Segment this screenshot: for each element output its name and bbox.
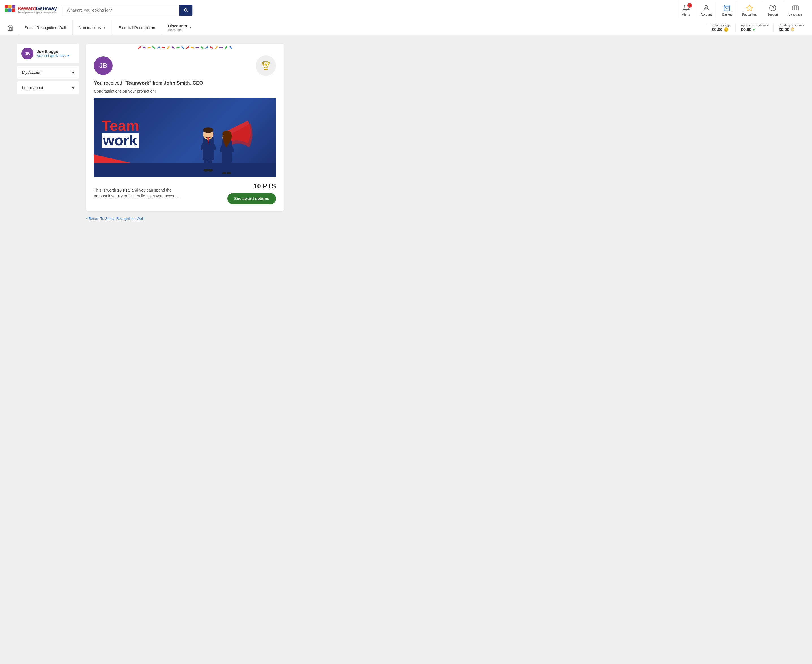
- svg-point-25: [222, 131, 231, 137]
- top-nav-icons: 6 Alerts Account Basket: [677, 2, 807, 19]
- svg-rect-19: [204, 159, 208, 170]
- sidebar: JB Joe Bloggs Account quick links ▼ My A…: [17, 44, 79, 656]
- sidebar-username: Joe Bloggs: [37, 49, 75, 54]
- language-nav-item[interactable]: Language: [783, 2, 807, 19]
- language-label: Language: [789, 13, 802, 16]
- svg-point-22: [208, 169, 213, 172]
- teamwork-image: Team work: [94, 98, 276, 177]
- svg-point-28: [222, 172, 227, 174]
- favourites-icon: [746, 4, 753, 11]
- return-link-area: ‹ Return To Social Recognition Wall: [86, 211, 795, 221]
- account-nav-item[interactable]: Account: [695, 2, 717, 19]
- basket-icon: [723, 4, 731, 11]
- sec-nav-social-recognition[interactable]: Social Recognition Wall: [18, 20, 72, 35]
- search-button[interactable]: [179, 5, 192, 16]
- card-body: JB: [86, 52, 284, 211]
- home-icon: [7, 24, 14, 31]
- account-label: Account: [701, 13, 712, 16]
- favourites-label: Favourites: [742, 13, 757, 16]
- savings-area: Total Savings £0.00 🪙 Approved cashback …: [706, 23, 809, 32]
- sidebar-item-learn-about[interactable]: Learn about ▾: [17, 81, 79, 94]
- total-savings: Total Savings £0.00 🪙: [706, 23, 736, 32]
- logo-icon: [5, 5, 15, 16]
- support-icon: [769, 4, 776, 11]
- nominations-chevron: ▼: [103, 26, 106, 29]
- recognition-card: JB: [86, 44, 284, 211]
- trophy-icon: [259, 59, 273, 72]
- support-label: Support: [767, 13, 778, 16]
- svg-rect-20: [208, 159, 213, 170]
- home-button[interactable]: [3, 24, 18, 31]
- main-content: JB Joe Bloggs Account quick links ▼ My A…: [0, 35, 812, 664]
- search-input[interactable]: [63, 5, 179, 15]
- logo-text: RewardGateway the employee engagement pe…: [18, 6, 57, 15]
- points-description: This is worth 10 PTS and you can spend t…: [94, 187, 184, 199]
- svg-point-29: [227, 172, 231, 174]
- svg-rect-4: [8, 8, 11, 11]
- svg-point-9: [770, 5, 776, 11]
- pending-cashback: Pending cashback £0.00 ⏱: [773, 23, 809, 32]
- coin-icon: 🪙: [724, 27, 729, 32]
- alerts-label: Alerts: [682, 13, 690, 16]
- points-badge: 10 PTS: [253, 182, 276, 190]
- svg-rect-27: [227, 162, 231, 173]
- secondary-navigation: Social Recognition Wall Nominations ▼ Ex…: [0, 20, 812, 35]
- svg-marker-8: [746, 5, 753, 11]
- sec-nav-nominations[interactable]: Nominations ▼: [72, 20, 112, 35]
- points-row: This is worth 10 PTS and you can spend t…: [94, 182, 276, 204]
- alerts-badge: 6: [687, 3, 692, 8]
- content-area: JB: [86, 44, 795, 656]
- approved-cashback: Approved cashback £0.00 ✓: [736, 23, 773, 32]
- svg-rect-3: [5, 8, 8, 11]
- check-icon: ✓: [753, 27, 756, 32]
- recognition-congrats: Congratulations on your promotion!: [94, 89, 276, 93]
- confetti-area: [86, 44, 284, 52]
- top-navigation: RewardGateway the employee engagement pe…: [0, 0, 812, 20]
- svg-point-21: [203, 169, 208, 172]
- see-award-button[interactable]: See award options: [227, 193, 276, 204]
- my-account-chevron: ▾: [72, 70, 74, 75]
- basket-nav-item[interactable]: Basket: [717, 2, 737, 19]
- trophy-circle: [256, 55, 276, 76]
- svg-point-6: [705, 5, 707, 8]
- svg-rect-2: [12, 5, 15, 8]
- support-nav-item[interactable]: Support: [762, 2, 783, 19]
- sec-nav-external-recognition[interactable]: External Recognition: [112, 20, 161, 35]
- sidebar-user-card: JB Joe Bloggs Account quick links ▼: [17, 44, 79, 63]
- clock-icon: ⏱: [791, 27, 794, 32]
- teamwork-text: Team work: [102, 118, 139, 148]
- return-to-wall-link[interactable]: ‹ Return To Social Recognition Wall: [86, 216, 144, 221]
- user-trophy-row: JB: [94, 55, 276, 76]
- svg-point-12: [259, 59, 273, 72]
- sec-nav-discounts[interactable]: Discounts Discounts ▼: [161, 20, 198, 35]
- svg-rect-0: [5, 5, 8, 8]
- learn-about-chevron: ▾: [72, 85, 74, 90]
- points-right-area: 10 PTS See award options: [227, 182, 276, 204]
- account-quick-links[interactable]: Account quick links ▼: [37, 54, 75, 58]
- search-icon: [183, 8, 188, 13]
- svg-rect-26: [222, 162, 226, 173]
- heroes-illustration: [180, 104, 259, 177]
- favourites-nav-item[interactable]: Favourites: [737, 2, 762, 19]
- svg-point-18: [203, 127, 213, 133]
- svg-rect-1: [8, 5, 11, 8]
- logo[interactable]: RewardGateway the employee engagement pe…: [5, 5, 57, 16]
- svg-rect-14: [264, 69, 268, 70]
- account-icon: [703, 4, 710, 11]
- avatar: JB: [21, 47, 33, 59]
- language-icon: [792, 4, 799, 11]
- recognition-title: You received "Teamwork" from John Smith,…: [94, 80, 276, 86]
- svg-rect-5: [12, 8, 15, 11]
- recognition-avatar: JB: [94, 56, 112, 75]
- discounts-chevron: ▼: [189, 26, 192, 29]
- alerts-nav-item[interactable]: 6 Alerts: [677, 2, 695, 19]
- quicklinks-chevron: ▼: [67, 54, 70, 58]
- sidebar-item-my-account[interactable]: My Account ▾: [17, 66, 79, 79]
- basket-label: Basket: [722, 13, 732, 16]
- search-bar[interactable]: [62, 5, 193, 16]
